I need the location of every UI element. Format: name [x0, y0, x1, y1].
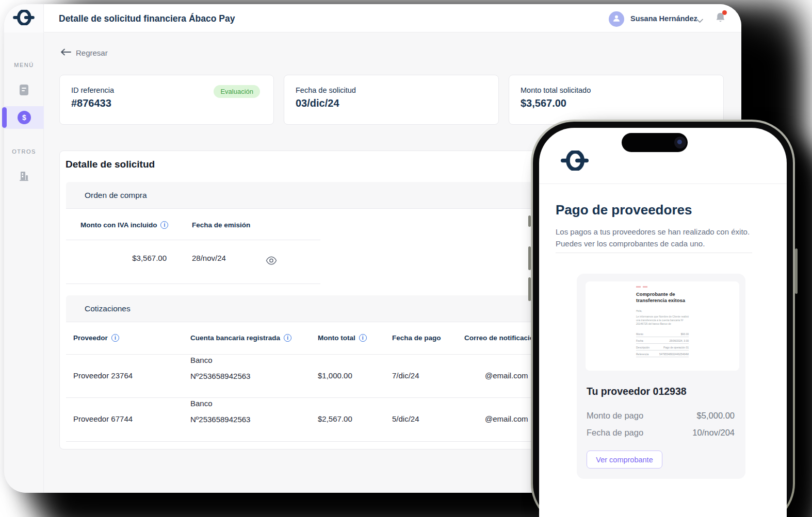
phone-action-button — [528, 215, 531, 227]
column-header-pay-date: Fecha de pago — [392, 334, 441, 342]
brand-logo-cell — [4, 4, 44, 32]
page-title: Detalle de solicitud financiera Ábaco Pa… — [59, 4, 235, 32]
receipt-body: Le informamos que Nombre de Cliente real… — [636, 315, 689, 326]
receipt-logo-mark — [636, 286, 647, 288]
divider — [66, 240, 320, 240]
sidebar-item-documents[interactable] — [4, 80, 44, 101]
receipt-preview: Comprobante de transferencia exitosa Hol… — [586, 281, 739, 371]
provider-cell: Proveedor 23764 — [73, 371, 133, 380]
bank-cell-line1: Banco — [190, 356, 213, 364]
provider-title: Tu proveedor 012938 — [587, 386, 687, 397]
back-link[interactable]: Regresar — [60, 48, 108, 57]
date-cell: 7/dic/24 — [392, 371, 419, 380]
phone-screen: Pago de proveedores Los pagos a tus prov… — [539, 128, 787, 517]
back-label: Regresar — [76, 48, 108, 57]
view-receipt-button[interactable]: Ver comprobante — [587, 451, 662, 469]
payment-date-row: Fecha de pago 10/nov/204 — [587, 428, 735, 438]
column-header-provider: Proveedor i — [73, 334, 119, 342]
card-reference-id: ID referencia #876433 Evaluación — [59, 75, 274, 125]
info-icon[interactable]: i — [160, 221, 168, 229]
payments-dollar-icon[interactable]: $ — [18, 111, 31, 124]
arrow-left-icon — [60, 48, 71, 57]
info-icon[interactable]: i — [284, 334, 291, 342]
phone-page-title: Pago de proveedores — [556, 202, 692, 218]
user-icon — [612, 13, 621, 25]
status-badge: Evaluación — [214, 85, 260, 98]
divider — [556, 253, 752, 253]
avatar[interactable] — [609, 11, 624, 27]
sidebar-active-indicator — [2, 107, 7, 128]
provider-payment-card: Comprobante de transferencia exitosa Hol… — [577, 274, 745, 479]
info-icon[interactable]: i — [111, 334, 119, 342]
receipt-field: Descripción Pago de operación 01 — [636, 344, 689, 351]
receipt-field: Monto $93.00 — [636, 330, 689, 337]
abaco-logo-icon — [12, 10, 35, 27]
card-value: #876433 — [71, 97, 273, 109]
phone-volume-up-button — [528, 246, 531, 270]
phone-mockup: Pago de proveedores Los pagos a tus prov… — [531, 120, 795, 517]
view-eye-icon[interactable] — [266, 256, 277, 267]
bank-cell-line2: Nº253658942563 — [190, 372, 250, 380]
sidebar-section-menu: MENÚ — [4, 62, 44, 68]
column-header-bank-account: Cuenta bancaria registrada i — [190, 334, 291, 342]
phone-volume-down-button — [528, 277, 531, 301]
page: Detalle de solicitud financiera Ábaco Pa… — [0, 0, 812, 517]
divider — [539, 184, 787, 184]
phone-description: Los pagos a tus proveedores se han reali… — [556, 226, 772, 249]
email-cell: @email.com — [485, 371, 528, 380]
email-cell: @email.com — [485, 414, 528, 423]
card-label: Monto total solicitado — [521, 86, 723, 94]
amount-cell: $2,567.00 — [318, 414, 352, 423]
receipt-fields: Monto $93.00 Fecha 25/06/2024, 3:30 Desc… — [636, 330, 689, 357]
bank-cell-line2: Nº253658942563 — [190, 415, 250, 424]
amount-cell: $1,000.00 — [318, 371, 352, 380]
notification-badge — [722, 10, 727, 15]
front-camera — [674, 137, 686, 148]
receipt-greeting: Hola, — [636, 309, 689, 312]
section-title: Detalle de solicitud — [66, 159, 155, 170]
date-cell: 5/dic/24 — [392, 414, 419, 423]
provider-cell: Proveedor 67744 — [73, 414, 133, 423]
card-request-date: Fecha de solicitud 03/dic/24 — [284, 75, 499, 125]
sidebar-section-others: OTROS — [4, 148, 44, 155]
receipt-title: Comprobante de transferencia exitosa — [636, 291, 689, 304]
bank-cell-line1: Banco — [190, 399, 213, 408]
sidebar-item-company[interactable] — [4, 167, 44, 187]
card-value: $3,567.00 — [521, 97, 723, 109]
column-header-issue-date: Fecha de emisión — [192, 221, 250, 229]
building-icon — [19, 171, 29, 184]
card-label: Fecha de solicitud — [296, 86, 498, 94]
user-name[interactable]: Susana Hernández — [630, 4, 697, 32]
dynamic-island — [622, 133, 688, 152]
phone-power-button — [795, 248, 798, 294]
card-total-amount: Monto total solicitado $3,567.00 — [509, 75, 724, 125]
sidebar — [4, 33, 44, 493]
payment-amount-row: Monto de pago $5,000.00 — [587, 411, 735, 421]
po-date: 28/nov/24 — [192, 254, 226, 262]
document-icon — [19, 84, 29, 98]
card-value: 03/dic/24 — [296, 97, 498, 109]
column-header-amount-iva: Monto con IVA incluido i — [80, 221, 168, 229]
abaco-logo-icon — [561, 151, 589, 173]
receipt-field: Fecha 25/06/2024, 3:30 — [636, 337, 689, 344]
phone-bezel: Pago de proveedores Los pagos a tus prov… — [533, 122, 793, 517]
po-amount: $3,567.00 — [80, 254, 167, 262]
chevron-down-icon[interactable] — [696, 16, 703, 25]
column-header-total: Monto total i — [318, 334, 367, 342]
info-icon[interactable]: i — [359, 334, 367, 342]
divider — [66, 283, 320, 284]
receipt-field: Referencia 5479554893244625464M — [636, 351, 689, 357]
